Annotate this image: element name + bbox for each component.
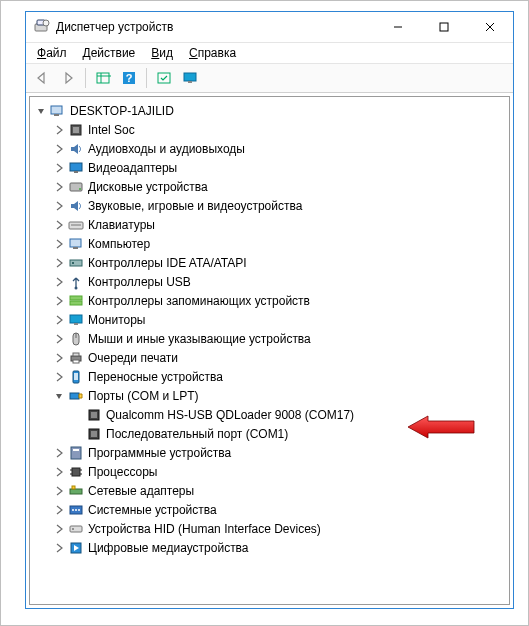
category-label: Клавиатуры bbox=[88, 218, 155, 232]
minimize-button[interactable] bbox=[375, 12, 421, 42]
expand-icon[interactable] bbox=[52, 351, 66, 365]
device-tree-panel[interactable]: DESKTOP-1AJILID Intel Soc Аудиовходы и а… bbox=[29, 96, 510, 605]
monitor-button[interactable] bbox=[178, 66, 202, 90]
device-category-0[interactable]: Intel Soc bbox=[48, 120, 509, 139]
device-manager-window: Диспетчер устройств Файл Действие Вид Сп… bbox=[25, 11, 514, 609]
svg-rect-33 bbox=[74, 323, 78, 325]
menu-file[interactable]: Файл bbox=[30, 45, 74, 61]
expand-icon[interactable] bbox=[52, 332, 66, 346]
toolbar: ? bbox=[26, 64, 513, 93]
expand-icon[interactable] bbox=[52, 256, 66, 270]
scan-hardware-button[interactable] bbox=[152, 66, 176, 90]
device-label: Qualcomm HS-USB QDLoader 9008 (COM17) bbox=[106, 408, 354, 422]
expand-icon[interactable] bbox=[52, 199, 66, 213]
expand-icon[interactable] bbox=[52, 484, 66, 498]
svg-rect-20 bbox=[74, 171, 78, 173]
svg-rect-27 bbox=[70, 260, 82, 266]
usb-icon bbox=[68, 274, 84, 290]
expand-icon[interactable] bbox=[52, 123, 66, 137]
device-category-12[interactable]: Очереди печати bbox=[48, 348, 509, 367]
svg-rect-48 bbox=[72, 468, 80, 476]
sw-icon bbox=[68, 445, 84, 461]
device-category-b0[interactable]: Программные устройства bbox=[48, 443, 509, 462]
category-label: Контроллеры запоминающих устройств bbox=[88, 294, 310, 308]
close-button[interactable] bbox=[467, 12, 513, 42]
svg-rect-18 bbox=[73, 127, 79, 133]
device-category-11[interactable]: Мыши и иные указывающие устройства bbox=[48, 329, 509, 348]
expand-icon[interactable] bbox=[52, 294, 66, 308]
svg-rect-28 bbox=[72, 262, 74, 264]
expand-icon[interactable] bbox=[52, 446, 66, 460]
svg-rect-47 bbox=[73, 449, 79, 451]
collapse-icon[interactable] bbox=[34, 104, 48, 118]
port-icon bbox=[68, 388, 84, 404]
category-label: Компьютер bbox=[88, 237, 150, 251]
device-category-9[interactable]: Контроллеры запоминающих устройств bbox=[48, 291, 509, 310]
device-category-1[interactable]: Аудиовходы и аудиовыходы bbox=[48, 139, 509, 158]
svg-rect-19 bbox=[70, 163, 82, 171]
device-category-3[interactable]: Дисковые устройства bbox=[48, 177, 509, 196]
menu-action[interactable]: Действие bbox=[76, 45, 143, 61]
expand-icon[interactable] bbox=[52, 503, 66, 517]
svg-rect-53 bbox=[70, 489, 82, 494]
svg-rect-54 bbox=[72, 486, 75, 489]
device-category-7[interactable]: Контроллеры IDE ATA/ATAPI bbox=[48, 253, 509, 272]
menu-view[interactable]: Вид bbox=[144, 45, 180, 61]
expand-icon[interactable] bbox=[52, 218, 66, 232]
device-category-b3[interactable]: Системные устройства bbox=[48, 500, 509, 519]
expand-icon[interactable] bbox=[52, 541, 66, 555]
chip-icon bbox=[68, 122, 84, 138]
mouse-icon bbox=[68, 331, 84, 347]
device-item-port0[interactable]: Qualcomm HS-USB QDLoader 9008 (COM17) bbox=[66, 405, 509, 424]
maximize-button[interactable] bbox=[421, 12, 467, 42]
device-category-b4[interactable]: Устройства HID (Human Interface Devices) bbox=[48, 519, 509, 538]
help-button[interactable]: ? bbox=[117, 66, 141, 90]
expand-icon[interactable] bbox=[52, 313, 66, 327]
device-category-b2[interactable]: Сетевые адаптеры bbox=[48, 481, 509, 500]
device-category-4[interactable]: Звуковые, игровые и видеоустройства bbox=[48, 196, 509, 215]
expand-icon[interactable] bbox=[52, 522, 66, 536]
category-label: Системные устройства bbox=[88, 503, 217, 517]
expand-icon[interactable] bbox=[52, 161, 66, 175]
device-category-b1[interactable]: Процессоры bbox=[48, 462, 509, 481]
category-label: Звуковые, игровые и видеоустройства bbox=[88, 199, 302, 213]
show-hide-tree-button[interactable] bbox=[91, 66, 115, 90]
expand-icon[interactable] bbox=[52, 180, 66, 194]
svg-point-22 bbox=[79, 188, 81, 190]
svg-rect-40 bbox=[74, 373, 78, 380]
expand-icon[interactable] bbox=[52, 275, 66, 289]
root-node[interactable]: DESKTOP-1AJILID bbox=[30, 101, 509, 120]
svg-point-2 bbox=[43, 20, 49, 26]
category-label: Мониторы bbox=[88, 313, 145, 327]
device-category-6[interactable]: Компьютер bbox=[48, 234, 509, 253]
cpu-icon bbox=[68, 464, 84, 480]
device-category-ports[interactable]: Порты (COM и LPT) bbox=[48, 386, 509, 405]
collapse-icon[interactable] bbox=[52, 389, 66, 403]
device-category-b5[interactable]: Цифровые медиаустройства bbox=[48, 538, 509, 557]
device-label: Последовательный порт (COM1) bbox=[106, 427, 288, 441]
expand-icon[interactable] bbox=[52, 465, 66, 479]
device-category-10[interactable]: Мониторы bbox=[48, 310, 509, 329]
device-category-8[interactable]: Контроллеры USB bbox=[48, 272, 509, 291]
titlebar: Диспетчер устройств bbox=[26, 12, 513, 43]
com-icon bbox=[86, 426, 102, 442]
audio-icon bbox=[68, 198, 84, 214]
category-label: Цифровые медиаустройства bbox=[88, 541, 249, 555]
device-category-13[interactable]: Переносные устройства bbox=[48, 367, 509, 386]
expand-icon[interactable] bbox=[52, 237, 66, 251]
category-label: Контроллеры USB bbox=[88, 275, 191, 289]
expand-icon[interactable] bbox=[52, 142, 66, 156]
ide-icon bbox=[68, 255, 84, 271]
svg-point-56 bbox=[72, 509, 74, 511]
net-icon bbox=[68, 483, 84, 499]
expand-icon[interactable] bbox=[52, 370, 66, 384]
back-button[interactable] bbox=[30, 66, 54, 90]
device-category-2[interactable]: Видеоадаптеры bbox=[48, 158, 509, 177]
svg-text:?: ? bbox=[126, 72, 133, 84]
monitor-icon bbox=[68, 312, 84, 328]
menu-help[interactable]: Справка bbox=[182, 45, 243, 61]
device-category-5[interactable]: Клавиатуры bbox=[48, 215, 509, 234]
device-item-port1[interactable]: Последовательный порт (COM1) bbox=[66, 424, 509, 443]
forward-button[interactable] bbox=[56, 66, 80, 90]
media-icon bbox=[68, 540, 84, 556]
